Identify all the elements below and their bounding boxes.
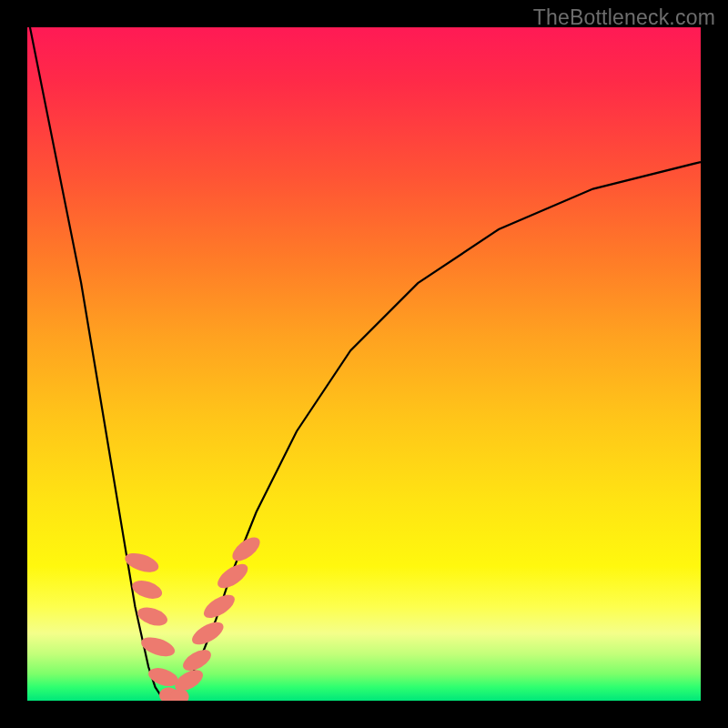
plot-area — [27, 27, 701, 701]
data-marker — [200, 591, 238, 622]
data-marker — [214, 560, 252, 593]
bottleneck-curve — [27, 27, 701, 701]
data-marker — [136, 604, 170, 629]
data-markers — [123, 533, 264, 701]
chart-overlay — [27, 27, 701, 701]
data-marker — [139, 633, 177, 660]
data-marker — [130, 577, 165, 602]
watermark-text: TheBottleneck.com — [533, 5, 715, 30]
chart-container: TheBottleneck.com — [0, 0, 728, 728]
data-marker — [188, 618, 227, 650]
